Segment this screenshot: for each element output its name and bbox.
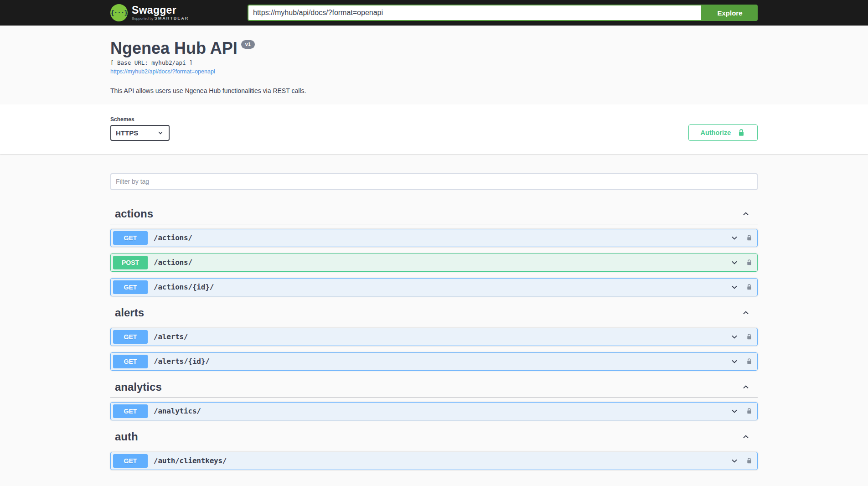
operation-path: /alerts/ [148, 332, 730, 341]
lock-icon[interactable] [746, 333, 753, 341]
lock-icon[interactable] [746, 259, 753, 266]
chevron-down-icon[interactable] [730, 456, 739, 465]
operation-row[interactable]: GET /alerts/{id}/ [110, 352, 758, 371]
operation-path: /alerts/{id}/ [148, 357, 730, 366]
api-description: This API allows users use Ngenea Hub fun… [110, 87, 758, 94]
tag-section: alerts GET /alerts/ GET /alerts/{id}/ [110, 303, 758, 371]
operation-summary[interactable]: GET /alerts/{id}/ [111, 353, 757, 370]
chevron-down-icon[interactable] [730, 332, 739, 341]
operation-path: /actions/{id}/ [148, 283, 730, 291]
method-badge: POST [113, 256, 148, 269]
method-badge: GET [113, 355, 148, 368]
operation-row[interactable]: GET /actions/{id}/ [110, 278, 758, 296]
method-badge: GET [113, 454, 148, 468]
chevron-up-icon[interactable] [741, 209, 750, 218]
lock-icon[interactable] [746, 457, 753, 465]
tag-section: auth GET /auth/clientkeys/ [110, 427, 758, 470]
swagger-logo[interactable]: {···} Swagger Supported by SMARTBEAR [110, 4, 189, 21]
chevron-down-icon[interactable] [730, 357, 739, 366]
operation-summary[interactable]: GET /actions/ [111, 229, 757, 247]
tag-section: actions GET /actions/ POST /actions/ [110, 204, 758, 296]
tag-label: auth [115, 430, 138, 443]
operation-summary[interactable]: GET /actions/{id}/ [111, 279, 757, 296]
scheme-container: Schemes HTTPS Authorize [0, 104, 868, 154]
operation-controls [730, 407, 753, 416]
operation-controls [730, 332, 753, 341]
operation-row[interactable]: GET /analytics/ [110, 402, 758, 420]
chevron-down-icon[interactable] [730, 407, 739, 416]
operation-path: /auth/clientkeys/ [148, 456, 730, 465]
unlock-icon [737, 128, 745, 137]
operation-summary[interactable]: GET /alerts/ [111, 328, 757, 346]
explore-button[interactable]: Explore [702, 5, 758, 21]
operation-row[interactable]: GET /alerts/ [110, 328, 758, 346]
tag-header[interactable]: analytics [110, 377, 758, 398]
topbar: {···} Swagger Supported by SMARTBEAR Exp… [0, 0, 868, 26]
method-badge: GET [113, 404, 148, 418]
operation-controls [730, 357, 753, 366]
operations-list: actions GET /actions/ POST /actions/ [110, 204, 758, 470]
version-badge: v1 [241, 40, 255, 49]
filter-input[interactable] [110, 173, 758, 190]
smartbear-tagline: Supported by SMARTBEAR [132, 16, 189, 21]
url-input[interactable] [248, 5, 702, 21]
base-url: [ Base URL: myhub2/api ] [110, 59, 758, 66]
authorize-label: Authorize [701, 129, 731, 136]
operation-controls [730, 283, 753, 292]
tag-label: alerts [115, 306, 144, 319]
operation-summary[interactable]: POST /actions/ [111, 254, 757, 271]
tag-section: analytics GET /analytics/ [110, 377, 758, 420]
tag-header[interactable]: alerts [110, 303, 758, 323]
chevron-down-icon[interactable] [730, 283, 739, 292]
operation-row[interactable]: POST /actions/ [110, 253, 758, 272]
schemes-select[interactable]: HTTPS [110, 125, 170, 141]
operation-controls [730, 258, 753, 267]
operation-path: /actions/ [148, 258, 730, 267]
tag-operations: GET /analytics/ [110, 402, 758, 420]
chevron-down-icon[interactable] [730, 233, 739, 243]
operation-summary[interactable]: GET /analytics/ [111, 403, 757, 420]
filter-container [110, 173, 758, 190]
method-badge: GET [113, 231, 148, 245]
method-badge: GET [113, 330, 148, 344]
schemes-label: Schemes [110, 116, 170, 123]
operation-row[interactable]: GET /auth/clientkeys/ [110, 452, 758, 470]
lock-icon[interactable] [746, 283, 753, 291]
tag-operations: GET /auth/clientkeys/ [110, 452, 758, 470]
operations-main: actions GET /actions/ POST /actions/ [110, 173, 758, 470]
tag-header[interactable]: auth [110, 427, 758, 447]
chevron-down-icon [157, 129, 164, 136]
swagger-logo-text: Swagger Supported by SMARTBEAR [132, 5, 189, 21]
lock-icon[interactable] [746, 357, 753, 365]
swagger-wordmark: Swagger [132, 5, 189, 16]
schemes-block: Schemes HTTPS [110, 116, 170, 141]
operation-summary[interactable]: GET /auth/clientkeys/ [111, 452, 757, 470]
info-section: Ngenea Hub API v1 [ Base URL: myhub2/api… [0, 26, 868, 104]
chevron-up-icon[interactable] [741, 432, 750, 441]
operation-path: /analytics/ [148, 407, 730, 415]
tag-header[interactable]: actions [110, 204, 758, 224]
chevron-down-icon[interactable] [730, 258, 739, 267]
tag-operations: GET /actions/ POST /actions/ [110, 229, 758, 296]
api-title-text: Ngenea Hub API [110, 39, 238, 57]
lock-icon[interactable] [746, 234, 753, 242]
spec-link[interactable]: https://myhub2/api/docs/?format=openapi [110, 68, 215, 75]
chevron-up-icon[interactable] [741, 308, 750, 317]
tag-label: analytics [115, 381, 162, 393]
tag-operations: GET /alerts/ GET /alerts/{id}/ [110, 328, 758, 371]
tag-label: actions [115, 207, 153, 220]
method-badge: GET [113, 280, 148, 294]
chevron-up-icon[interactable] [741, 383, 750, 392]
operation-path: /actions/ [148, 233, 730, 242]
operation-controls [730, 456, 753, 465]
operation-controls [730, 233, 753, 243]
schemes-selected-value: HTTPS [116, 129, 138, 137]
lock-icon[interactable] [746, 407, 753, 415]
swagger-logo-icon: {···} [110, 4, 128, 21]
authorize-button[interactable]: Authorize [688, 124, 758, 141]
page-title: Ngenea Hub API v1 [110, 39, 758, 57]
operation-row[interactable]: GET /actions/ [110, 229, 758, 247]
